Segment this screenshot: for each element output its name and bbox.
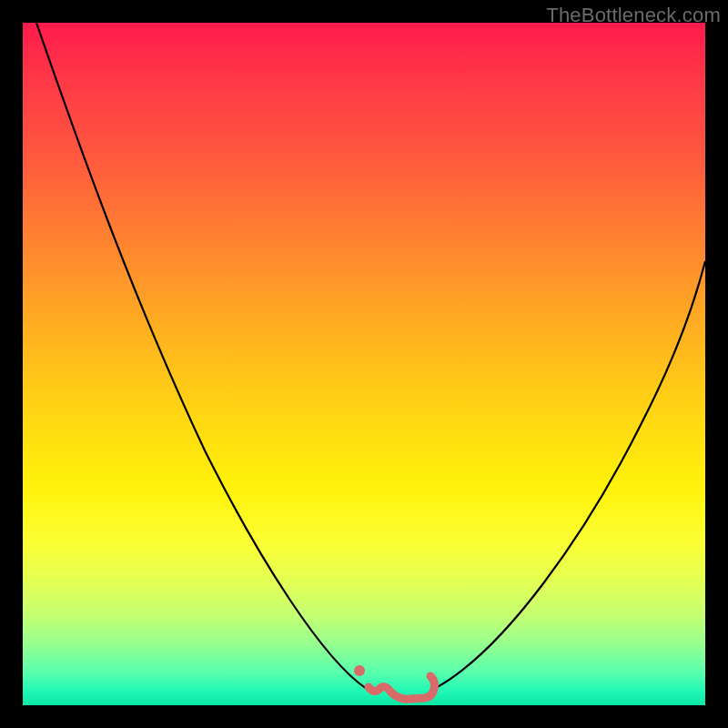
right-curve: [434, 261, 705, 689]
plot-area: [23, 23, 705, 705]
curves-svg: [23, 23, 705, 705]
marker-dot: [354, 665, 365, 676]
floor-squiggle: [369, 676, 435, 699]
left-curve: [36, 23, 367, 689]
chart-frame: TheBottleneck.com: [0, 0, 728, 728]
watermark-text: TheBottleneck.com: [546, 4, 721, 27]
